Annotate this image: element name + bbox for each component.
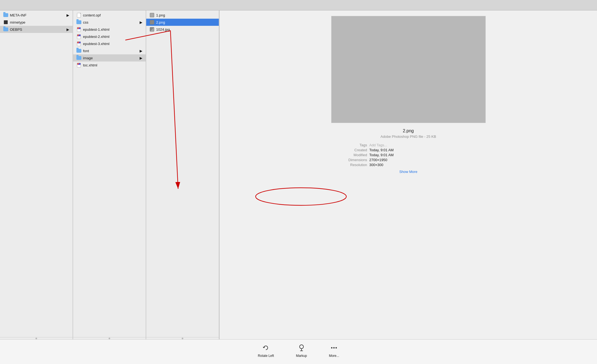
meta-row-dimensions: Dimensions 2700×1950 xyxy=(337,158,480,162)
folder-icon xyxy=(76,20,81,25)
rotate-left-button[interactable]: Rotate Left xyxy=(258,343,274,358)
sidebar-item-css[interactable]: css ▶ xyxy=(73,19,146,26)
preview-info: 2.png Adobe Photoshop PNG file - 25 KB T… xyxy=(326,128,491,174)
folder-icon xyxy=(76,55,81,60)
preview-filename: 2.png xyxy=(326,128,491,133)
more-button[interactable]: More... xyxy=(329,343,339,358)
folder-icon xyxy=(3,13,8,18)
file-label: 1024.jpg xyxy=(156,27,215,32)
folder-icon xyxy=(3,27,8,32)
sidebar-item-mimetype[interactable]: mimetype xyxy=(0,19,73,26)
meta-value-tags[interactable]: Add Tags... xyxy=(369,143,480,147)
preview-filetype: Adobe Photoshop PNG file - 25 KB xyxy=(326,135,491,139)
file-icon xyxy=(76,13,81,18)
preview-meta: Tags Add Tags... Created Today, 9:01 AM … xyxy=(337,143,480,167)
file-label: toc.xhtml xyxy=(83,63,142,67)
chevron-icon: ▶ xyxy=(140,21,142,24)
file-label: font xyxy=(83,49,140,53)
meta-value-created: Today, 9:01 AM xyxy=(369,148,480,152)
sidebar-item-1024jpg[interactable]: 1024.jpg xyxy=(146,26,219,33)
sidebar-item-font[interactable]: font ▶ xyxy=(73,47,146,54)
jpg-icon xyxy=(150,27,154,32)
column-2-resize[interactable] xyxy=(73,337,146,339)
chevron-icon: ▶ xyxy=(67,14,69,16)
sidebar-item-epubtest1[interactable]: epubtest-1.xhtml xyxy=(73,26,146,33)
column-2-items: content.opf css ▶ epubtest-1.xhtml xyxy=(73,10,146,337)
column-3: 1.png 2.png 1024.jpg xyxy=(146,10,219,339)
markup-icon xyxy=(297,343,306,353)
meta-row-created: Created Today, 9:01 AM xyxy=(337,148,480,152)
rotate-left-label: Rotate Left xyxy=(258,354,274,358)
file-label: epubtest-3.xhtml xyxy=(83,42,142,46)
svg-point-7 xyxy=(336,347,337,349)
file-label: epubtest-1.xhtml xyxy=(83,27,142,32)
file-label: mimetype xyxy=(10,20,69,24)
meta-value-modified: Today, 9:01 AM xyxy=(369,153,480,157)
sidebar-item-2png[interactable]: 2.png xyxy=(146,19,219,26)
sidebar-item-toc[interactable]: toc.xhtml xyxy=(73,61,146,69)
preview-image xyxy=(331,16,486,123)
more-icon xyxy=(329,343,339,353)
meta-value-dimensions: 2700×1950 xyxy=(369,158,480,162)
xhtml-icon xyxy=(76,27,81,32)
meta-row-modified: Modified Today, 9:01 AM xyxy=(337,153,480,157)
meta-row-resolution: Resolution 300×300 xyxy=(337,163,480,167)
meta-label-resolution: Resolution xyxy=(337,163,367,167)
svg-point-6 xyxy=(333,347,335,349)
meta-value-resolution: 300×300 xyxy=(369,163,480,167)
top-bar xyxy=(0,0,597,10)
xhtml-icon xyxy=(76,63,81,68)
rotate-left-icon xyxy=(261,343,271,353)
sidebar-item-image[interactable]: image ▶ xyxy=(73,54,146,61)
folder-icon xyxy=(76,48,81,53)
more-label: More... xyxy=(329,354,339,358)
file-dark-icon xyxy=(3,20,8,25)
column-1-items: META-INF ▶ mimetype OEBPS ▶ xyxy=(0,10,73,337)
column-3-items: 1.png 2.png 1024.jpg xyxy=(146,10,219,337)
svg-point-5 xyxy=(331,347,333,349)
preview-pane: 2.png Adobe Photoshop PNG file - 25 KB T… xyxy=(219,10,597,339)
meta-label-created: Created xyxy=(337,148,367,152)
column-1-resize[interactable] xyxy=(0,337,73,339)
file-label: epubtest-2.xhtml xyxy=(83,35,142,39)
xhtml-icon xyxy=(76,41,81,46)
show-more-link[interactable]: Show More xyxy=(326,170,491,174)
file-label: OEBPS xyxy=(10,27,67,32)
png-icon xyxy=(150,13,154,18)
sidebar-item-epubtest2[interactable]: epubtest-2.xhtml xyxy=(73,33,146,40)
meta-label-tags: Tags xyxy=(337,143,367,147)
sidebar-item-meta-inf[interactable]: META-INF ▶ xyxy=(0,12,73,19)
column-2: content.opf css ▶ epubtest-1.xhtml xyxy=(73,10,146,339)
svg-point-2 xyxy=(300,345,303,349)
png-icon xyxy=(150,20,154,25)
markup-button[interactable]: Markup xyxy=(296,343,307,358)
file-label: META-INF xyxy=(10,13,67,17)
chevron-icon: ▶ xyxy=(140,57,142,59)
sidebar-item-1png[interactable]: 1.png xyxy=(146,12,219,19)
column-3-resize[interactable] xyxy=(146,337,219,339)
resize-dot xyxy=(35,338,37,339)
file-label: content.opf xyxy=(83,13,142,17)
meta-label-dimensions: Dimensions xyxy=(337,158,367,162)
markup-label: Markup xyxy=(296,354,307,358)
file-label: image xyxy=(83,56,140,60)
column-1: META-INF ▶ mimetype OEBPS ▶ xyxy=(0,10,73,339)
xhtml-icon xyxy=(76,34,81,39)
resize-dot xyxy=(109,338,110,339)
sidebar-item-content-opf[interactable]: content.opf xyxy=(73,12,146,19)
meta-row-tags: Tags Add Tags... xyxy=(337,143,480,147)
file-label: 2.png xyxy=(156,20,215,24)
sidebar-item-epubtest3[interactable]: epubtest-3.xhtml xyxy=(73,40,146,47)
file-label: css xyxy=(83,20,140,24)
chevron-icon: ▶ xyxy=(140,49,142,52)
sidebar-item-oebps[interactable]: OEBPS ▶ xyxy=(0,26,73,33)
meta-label-modified: Modified xyxy=(337,153,367,157)
resize-dot xyxy=(182,338,183,339)
bottom-toolbar: Rotate Left Markup More... xyxy=(0,339,597,364)
chevron-icon: ▶ xyxy=(67,28,69,31)
file-label: 1.png xyxy=(156,13,215,17)
